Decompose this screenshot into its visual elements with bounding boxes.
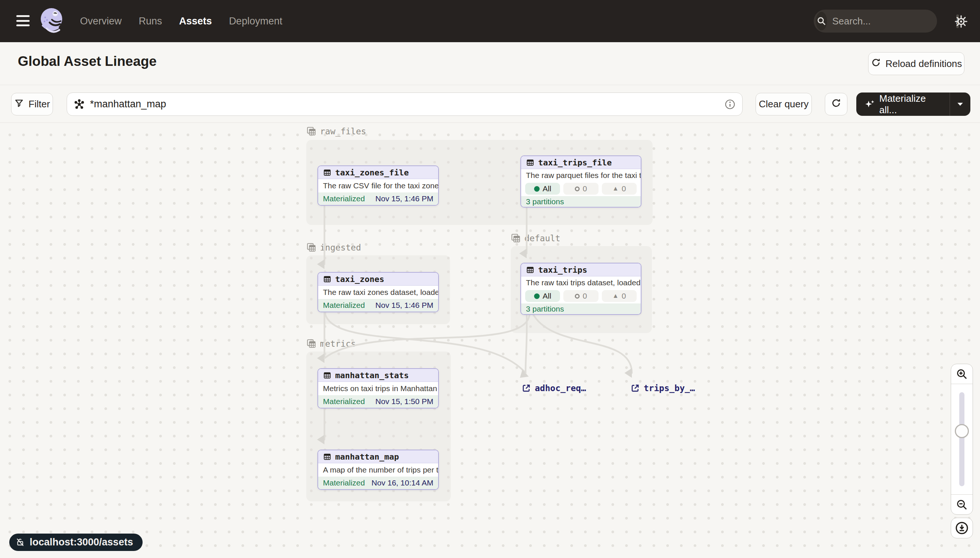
table-icon <box>323 168 331 177</box>
group-label-raw-files[interactable]: raw_files <box>306 126 366 136</box>
asset-description: Metrics on taxi trips in Manhattan <box>318 382 438 395</box>
external-asset-trips-by[interactable]: trips_by_… <box>630 383 695 393</box>
reload-label: Reload definitions <box>886 58 962 70</box>
materialize-all-label: Materialize all... <box>879 93 943 116</box>
asset-name: taxi_trips <box>538 265 587 274</box>
asset-name: taxi_zones <box>335 274 384 284</box>
pill-label: All <box>543 184 551 193</box>
group-label-metrics[interactable]: metrics <box>306 338 356 349</box>
zoom-out-button[interactable] <box>951 494 973 514</box>
asset-query-box[interactable] <box>67 92 743 116</box>
pill-count: 0 <box>621 184 626 193</box>
partitions-missing-pill[interactable]: ▲ 0 <box>602 290 637 302</box>
external-link-icon <box>522 383 531 393</box>
asset-query-input[interactable] <box>90 98 725 110</box>
graph-query-icon <box>74 99 85 110</box>
clear-query-label: Clear query <box>759 98 809 110</box>
search-icon <box>816 12 827 30</box>
asset-name: manhattan_stats <box>335 371 409 380</box>
download-view-button[interactable] <box>951 518 973 538</box>
ring-icon <box>575 294 580 299</box>
group-label-ingested[interactable]: ingested <box>306 242 361 252</box>
asset-node-manhattan-map[interactable]: manhattan_map A map of the number of tri… <box>318 450 439 490</box>
success-dot-icon <box>534 294 540 299</box>
table-icon <box>323 453 331 461</box>
tab-deployment[interactable]: Deployment <box>229 16 282 27</box>
asset-node-header: taxi_zones <box>318 273 438 286</box>
status-badge: Materialized <box>323 301 365 310</box>
table-icon <box>323 275 331 284</box>
partition-health-row: All 0 ▲ 0 <box>521 289 641 304</box>
group-name: raw_files <box>320 126 366 136</box>
asset-node-header: taxi_trips_file <box>521 156 641 169</box>
asset-description: The raw taxi trips dataset, loaded into … <box>521 276 641 289</box>
zoom-slider[interactable] <box>951 384 973 494</box>
tab-runs[interactable]: Runs <box>139 16 162 27</box>
clear-query-button[interactable]: Clear query <box>756 93 812 115</box>
zoom-in-button[interactable] <box>951 364 973 384</box>
filter-label: Filter <box>28 98 50 110</box>
partitions-failed-pill[interactable]: 0 <box>563 290 598 302</box>
asset-node-taxi-zones-file[interactable]: taxi_zones_file The raw CSV file for the… <box>318 166 439 206</box>
partitions-all-pill[interactable]: All <box>525 290 560 302</box>
materialization-timestamp: Nov 15, 1:46 PM <box>376 194 433 203</box>
reload-definitions-button[interactable]: Reload definitions <box>868 52 964 75</box>
asset-node-header: manhattan_map <box>318 450 438 463</box>
asset-description: The raw CSV file for the taxi zones dat.… <box>318 179 438 192</box>
asset-node-header: manhattan_stats <box>318 369 438 382</box>
browser-status-bubble: localhost:3000/assets <box>9 533 143 551</box>
group-label-default[interactable]: default <box>511 233 560 243</box>
asset-node-taxi-zones[interactable]: taxi_zones The raw taxi zones dataset, l… <box>318 272 439 312</box>
status-badge: Materialized <box>323 397 365 406</box>
external-link-icon <box>630 383 640 393</box>
zoom-slider-track[interactable] <box>959 392 964 486</box>
asset-name: manhattan_map <box>335 452 399 461</box>
group-icon <box>306 338 316 349</box>
global-search[interactable]: / <box>814 10 937 33</box>
chevron-down-icon <box>957 102 964 106</box>
group-icon <box>306 242 316 252</box>
materialize-caret-button[interactable] <box>950 102 970 106</box>
asset-node-taxi-trips-file[interactable]: taxi_trips_file The raw parquet files fo… <box>520 156 641 208</box>
materialization-timestamp: Nov 15, 1:46 PM <box>376 301 433 310</box>
external-asset-name: trips_by_… <box>644 383 695 393</box>
refresh-icon <box>831 98 842 111</box>
external-asset-adhoc-request[interactable]: adhoc_req… <box>522 383 586 393</box>
asset-node-header: taxi_trips <box>521 263 641 276</box>
refresh-button[interactable] <box>825 93 847 115</box>
pill-count: 0 <box>583 184 587 193</box>
tab-overview[interactable]: Overview <box>80 16 122 27</box>
asset-description: The raw parquet files for the taxi trips… <box>521 169 641 181</box>
search-input[interactable] <box>827 16 956 27</box>
partitions-missing-pill[interactable]: ▲ 0 <box>602 183 637 195</box>
menu-icon[interactable] <box>16 15 30 26</box>
gear-icon[interactable] <box>954 15 968 28</box>
zoom-controls <box>951 364 973 515</box>
page-header: Global Asset Lineage Reload definitions <box>0 42 980 85</box>
filter-button[interactable]: Filter <box>11 93 53 115</box>
tab-assets[interactable]: Assets <box>179 16 212 27</box>
partitions-failed-pill[interactable]: 0 <box>563 183 598 195</box>
status-url: localhost:3000/assets <box>30 537 133 548</box>
download-icon <box>955 521 969 535</box>
lineage-toolbar: Filter Clear query <box>0 85 980 123</box>
partitions-all-pill[interactable]: All <box>525 183 560 195</box>
status-badge: Materialized <box>323 478 365 487</box>
nav-tabs: Overview Runs Assets Deployment <box>80 0 282 42</box>
pill-count: 0 <box>621 292 626 300</box>
dagster-logo-icon[interactable] <box>38 6 66 37</box>
group-name: metrics <box>320 339 356 349</box>
asset-node-taxi-trips[interactable]: taxi_trips The raw taxi trips dataset, l… <box>520 263 641 315</box>
zoom-in-icon <box>955 368 968 381</box>
asset-node-manhattan-stats[interactable]: manhattan_stats Metrics on taxi trips in… <box>318 368 439 409</box>
triangle-icon: ▲ <box>613 292 619 300</box>
info-icon[interactable] <box>725 99 736 110</box>
table-icon <box>526 158 534 167</box>
top-nav: Overview Runs Assets Deployment / <box>0 0 980 42</box>
zoom-slider-handle[interactable] <box>955 424 969 438</box>
pill-label: All <box>543 292 551 300</box>
materialize-all-button[interactable]: Materialize all... <box>856 92 970 116</box>
table-icon <box>323 371 331 380</box>
partitions-count: 3 partitions <box>526 197 564 206</box>
status-badge: Materialized <box>323 194 365 203</box>
